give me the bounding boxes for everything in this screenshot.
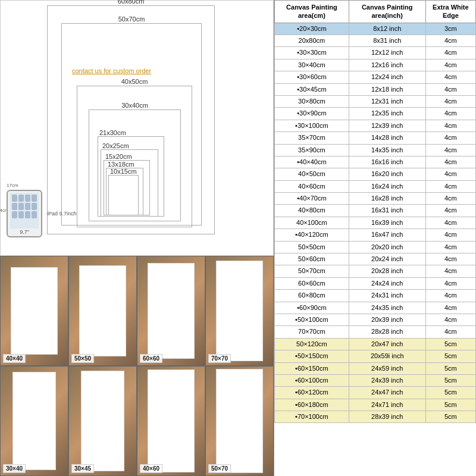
cell-size-inch: 20x20 inch [349,241,425,253]
table-row: 50×60cm20x24 inch4cm [275,253,476,265]
cell-edge: 4cm [425,156,475,168]
cell-edge: 4cm [425,35,475,46]
cell-size-inch: 12x16 inch [349,59,425,71]
table-row: •30×100cm12x39 inch4cm [275,120,476,131]
cell-size-cm: 50×50cm [275,241,349,253]
cell-size-inch: 12x18 inch [349,83,425,95]
cell-edge: 5cm [425,350,475,362]
cell-edge: 4cm [425,144,475,156]
cell-edge: 4cm [425,314,475,325]
size-table: Canvas Painting area(cm) Canvas Painting… [274,0,476,423]
cell-size-inch: 14x28 inch [349,132,425,144]
cell-size-inch: 14x35 inch [349,144,425,156]
cell-size-inch: 20x28 inch [349,265,425,277]
cell-size-inch: 16x47 inch [349,229,425,241]
cell-edge: 4cm [425,290,475,302]
canvas-overlay [148,263,195,359]
table-row: •60×100cm24x39 inch5cm [275,374,476,386]
cell-size-cm: •40×120cm [275,229,349,241]
cell-size-inch: 12x31 inch [349,95,425,107]
cell-size-inch: 24x39 inch [349,374,425,386]
photo-cell-60x60: 60×60 [137,256,205,366]
app-icon [32,203,37,210]
app-icon [18,195,24,202]
app-icon [18,203,24,210]
photo-cell-40x40: 40×40 [0,256,68,366]
cell-edge: 4cm [425,193,475,205]
table-row: •40×70cm16x28 inch4cm [275,193,476,205]
table-row: •70×100cm28x39 inch5cm [275,411,476,423]
table-row: 50×70cm20x28 inch4cm [275,265,476,277]
table-row: 50×120cm20x47 inch5cm [275,338,476,350]
app-icon [18,211,24,218]
table-row: •30×90cm12x35 inch4cm [275,108,476,120]
table-row: 35×90cm14x35 inch4cm [275,144,476,156]
app-icon [25,195,30,202]
contact-text: contact us for custom order [72,67,151,74]
cell-size-cm: 40×100cm [275,217,349,228]
cell-size-cm: •30×60cm [275,71,349,83]
label-20x25: 20x25cm [102,142,129,149]
cell-edge: 4cm [425,120,475,131]
table-row: •30×60cm12x24 inch4cm [275,71,476,83]
size-label-40x60: 40×60 [140,464,162,473]
ipad-screen [10,193,39,228]
label-30x40: 30x40cm [121,102,148,109]
table-row: •30×30cm12x12 inch4cm [275,47,476,59]
cell-size-cm: 40×50cm [275,168,349,180]
cell-size-inch: 16x31 inch [349,205,425,217]
cell-size-inch: 16x16 inch [349,156,425,168]
left-panel: 60x80cm 50x70cm contact us for custom or… [0,0,274,476]
cell-size-cm: •50×100cm [275,314,349,325]
cell-size-cm: 70×70cm [275,326,349,338]
cell-edge: 4cm [425,71,475,83]
cell-edge: 5cm [425,399,475,411]
cell-size-cm: 30×40cm [275,59,349,71]
cell-size-cm: 35×90cm [275,144,349,156]
cell-size-inch: 28x39 inch [349,411,425,423]
cell-size-cm: 35×70cm [275,132,349,144]
table-row: 70×70cm28x28 inch4cm [275,326,476,338]
cell-edge: 4cm [425,83,475,95]
table-row: 30×40cm12x16 inch4cm [275,59,476,71]
cell-edge: 5cm [425,387,475,399]
cell-edge: 4cm [425,180,475,192]
cell-size-inch: 8x12 inch [349,23,425,35]
app-icon [25,203,30,210]
cell-edge: 4cm [425,229,475,241]
cell-edge: 5cm [425,338,475,350]
app-icon [12,203,17,210]
cell-size-cm: •40×70cm [275,193,349,205]
label-60x80: 60x80cm [118,0,145,5]
right-panel[interactable]: Canvas Painting area(cm) Canvas Painting… [274,0,476,476]
table-row: 30×80cm12x31 inch4cm [275,95,476,107]
cell-size-inch: 20x59i inch [349,350,425,362]
cell-edge: 4cm [425,217,475,228]
app-icon [32,195,37,202]
canvas-overlay [11,267,58,354]
cell-size-cm: •50×150cm [275,350,349,362]
cell-size-cm: •30×45cm [275,83,349,95]
label-40x50: 40x50cm [121,78,148,85]
photo-cell-40x60: 40×60 [137,366,205,476]
cell-size-cm: •30×100cm [275,120,349,131]
table-row: 40×80cm16x31 inch4cm [275,205,476,217]
size-label-70x70: 70×70 [208,354,231,363]
size-label-30x45: 30×45 [71,464,94,473]
cell-size-cm: •60×120cm [275,387,349,399]
label-50x70: 50x70cm [118,15,145,23]
cell-edge: 4cm [425,241,475,253]
table-row: 40×50cm16x20 inch4cm [275,168,476,180]
photo-row-2: 30×40 30×45 40×60 50×70 [0,366,274,476]
cell-size-cm: 30×80cm [275,95,349,107]
cell-size-inch: 12x24 inch [349,71,425,83]
cell-size-inch: 20x39 inch [349,314,425,325]
table-row: 60×60cm24x24 inch4cm [275,277,476,289]
cell-size-cm: •60×150cm [275,362,349,374]
cell-size-inch: 28x28 inch [349,326,425,338]
cell-size-cm: 20x80cm [275,35,349,46]
table-row: •50×100cm20x39 inch4cm [275,314,476,325]
cell-edge: 4cm [425,277,475,289]
table-row: 35×70cm14x28 inch4cm [275,132,476,144]
table-row: •60×150cm24x59 inch5cm [275,362,476,374]
